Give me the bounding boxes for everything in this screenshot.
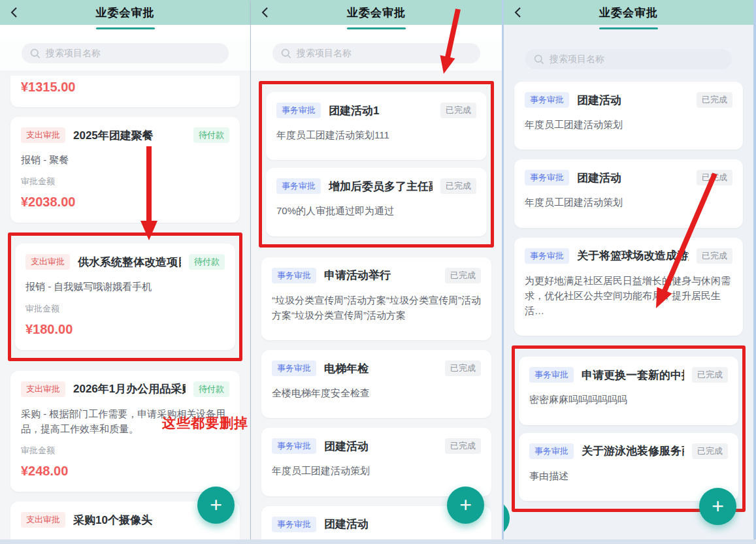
search-input[interactable]: 搜索项目名称 (525, 49, 732, 69)
card-title: 团建活动 (577, 170, 689, 185)
app-header: 业委会审批 (0, 0, 250, 25)
card-description: 报销 - 自我贼写哦谢娥看手机 (25, 279, 225, 301)
chevron-left-icon (259, 6, 272, 19)
add-approval-button[interactable]: + (447, 487, 484, 524)
card-description: 报销 - 聚餐 (21, 152, 229, 174)
status-badge: 已完成 (440, 103, 476, 118)
approval-type-tag: 支出审批 (25, 254, 70, 270)
status-badge: 已完成 (692, 443, 728, 459)
status-badge: 已完成 (445, 268, 481, 283)
search-input[interactable]: 搜索项目名称 (272, 43, 480, 63)
card-description: 密密麻麻吗吗吗吗吗吗 (529, 392, 728, 414)
card-title: 关于将篮球场改造成游泳… (577, 248, 689, 263)
approval-type-tag: 事务审批 (272, 438, 316, 454)
approval-type-tag: 事务审批 (272, 268, 316, 283)
approval-card[interactable]: 事务审批电梯年检已完成全楼电梯年度安全检查 (261, 350, 491, 418)
tab-strip (251, 25, 502, 39)
amount-value: ¥1315.00 (21, 78, 229, 97)
approval-card[interactable]: 事务审批关于游泳池装修服务商已完成事由描述 (519, 433, 738, 501)
card-title: 2026年1月办公用品采购 (73, 381, 186, 396)
card-header-row: 事务审批增加后委员多了主任副主…已完成 (276, 178, 476, 194)
card-description: 年度员工团建活动策划 (272, 463, 481, 485)
approval-card[interactable]: 事务审批增加后委员多了主任副主…已完成70%的人审批通过即为通过 (266, 168, 487, 236)
card-header-row: 支出审批2026年1月办公用品采购待付款 (21, 381, 229, 397)
amount-value: ¥180.00 (25, 321, 225, 340)
search-section: 搜索项目名称 (504, 39, 753, 76)
approval-card[interactable]: 事务审批团建活动1已完成年度员工团建活动策划111 (266, 92, 487, 160)
status-badge: 待付款 (193, 127, 229, 143)
search-input[interactable]: 搜索项目名称 (22, 43, 229, 63)
approval-card[interactable]: ¥1315.00 (10, 76, 240, 107)
approval-card[interactable]: 事务审批团建活动已完成年度员工团建活动策划 (514, 82, 743, 150)
tab-strip (0, 25, 250, 39)
page-title: 业委会审批 (96, 5, 155, 20)
card-description: 为更好地满足社区居民日益增长的健身与休闲需求，优化社区公共空间功能布局，提升居民… (525, 273, 732, 326)
page-title: 业委会审批 (347, 5, 406, 20)
card-title: 团建活动 (324, 439, 437, 454)
add-approval-button[interactable]: + (197, 487, 235, 524)
card-title: 供水系统整体改造项目专… (78, 255, 181, 270)
approval-type-tag: 事务审批 (525, 170, 569, 185)
card-description: 事由描述 (529, 468, 728, 490)
back-icon[interactable] (259, 6, 272, 19)
card-header-row: 支出审批供水系统整体改造项目专…待付款 (25, 254, 225, 270)
card-title: 增加后委员多了主任副主… (329, 179, 433, 194)
card-header-row: 事务审批申请活动举行已完成 (272, 268, 481, 283)
approval-type-tag: 支出审批 (21, 512, 65, 528)
card-description: “垃圾分类宣传周”活动方案“垃圾分类宣传周”活动方案“垃圾分类宣传周”活动方案 (272, 293, 481, 330)
card-description: 年度员工团建活动策划 (525, 117, 732, 139)
approval-type-tag: 事务审批 (525, 248, 569, 264)
red-annotation-box: 事务审批申请更换一套新的中控设备已完成密密麻麻吗吗吗吗吗吗事务审批关于游泳池装修… (512, 345, 746, 512)
amount-label: 审批金额 (25, 303, 225, 315)
amount-value: ¥2038.00 (21, 193, 229, 212)
active-tab-indicator (347, 27, 406, 29)
card-title: 电梯年检 (324, 361, 437, 376)
search-placeholder: 搜索项目名称 (297, 48, 352, 59)
approval-type-tag: 支出审批 (21, 127, 65, 143)
status-badge: 已完成 (692, 367, 728, 383)
approval-type-tag: 事务审批 (529, 367, 574, 383)
card-title: 2025年团建聚餐 (73, 128, 186, 143)
amount-label: 审批金额 (21, 176, 229, 187)
approval-list: 事务审批团建活动已完成年度员工团建活动策划事务审批团建活动已完成年度员工团建活动… (504, 76, 753, 544)
status-badge: 已完成 (697, 92, 732, 108)
approval-card[interactable]: 事务审批申请活动举行已完成“垃圾分类宣传周”活动方案“垃圾分类宣传周”活动方案“… (261, 257, 491, 341)
red-annotation-box: 事务审批团建活动1已完成年度员工团建活动策划111事务审批增加后委员多了主任副主… (259, 81, 494, 248)
approval-list: 事务审批团建活动1已完成年度员工团建活动策划111事务审批增加后委员多了主任副主… (251, 71, 502, 544)
tab-strip (504, 25, 753, 39)
approval-type-tag: 事务审批 (525, 92, 569, 108)
approval-card[interactable]: 支出审批2025年团建聚餐待付款报销 - 聚餐审批金额¥2038.00 (10, 117, 240, 223)
approval-card[interactable]: 事务审批团建活动已完成年度员工团建活动策划 (514, 159, 743, 227)
status-badge: 待付款 (189, 254, 225, 270)
card-description: 年度员工团建活动策划111 (276, 127, 476, 150)
status-badge: 已完成 (445, 360, 481, 376)
phone-screen-3: 业委会审批 搜索项目名称 事务审批团建活动已完成年度员工团建活动策划事务审批团建… (502, 0, 756, 544)
annotation-note: 这些都要删掉 (162, 414, 248, 432)
approval-card[interactable]: 事务审批团建活动已完成年度员工团建活动策划 (261, 428, 491, 496)
back-icon[interactable] (8, 6, 21, 19)
window-bottom-edge (0, 539, 756, 544)
card-title: 申请活动举行 (324, 268, 437, 283)
chevron-left-icon (8, 6, 21, 19)
amount-value: ¥248.00 (21, 462, 229, 481)
card-header-row: 事务审批团建活动已完成 (272, 438, 481, 454)
approval-type-tag: 事务审批 (276, 178, 321, 194)
card-description: 70%的人审批通过即为通过 (276, 203, 476, 225)
card-header-row: 事务审批团建活动已完成 (525, 170, 732, 185)
red-annotation-box: 支出审批供水系统整体改造项目专…待付款报销 - 自我贼写哦谢娥看手机审批金额¥1… (8, 232, 242, 360)
card-title: 申请更换一套新的中控设备 (582, 368, 684, 383)
approval-type-tag: 事务审批 (276, 103, 321, 118)
approval-type-tag: 事务审批 (529, 443, 574, 459)
status-badge: 已完成 (697, 170, 732, 185)
card-title: 团建活动1 (329, 103, 433, 118)
approval-card[interactable]: 事务审批申请更换一套新的中控设备已完成密密麻麻吗吗吗吗吗吗 (519, 357, 738, 424)
status-badge: 已完成 (445, 438, 481, 454)
chevron-left-icon (512, 6, 525, 19)
search-icon (281, 48, 291, 59)
approval-card[interactable]: 事务审批关于将篮球场改造成游泳…已完成为更好地满足社区居民日益增长的健身与休闲需… (514, 238, 743, 336)
back-icon[interactable] (512, 6, 525, 19)
search-icon (30, 48, 41, 59)
phone-screen-1: 业委会审批 搜索项目名称 ¥1315.00支出审批2025年团建聚餐待付款报销 … (0, 0, 250, 544)
add-approval-button[interactable]: + (699, 488, 736, 525)
approval-card[interactable]: 支出审批供水系统整体改造项目专…待付款报销 - 自我贼写哦谢娥看手机审批金额¥1… (15, 244, 235, 349)
